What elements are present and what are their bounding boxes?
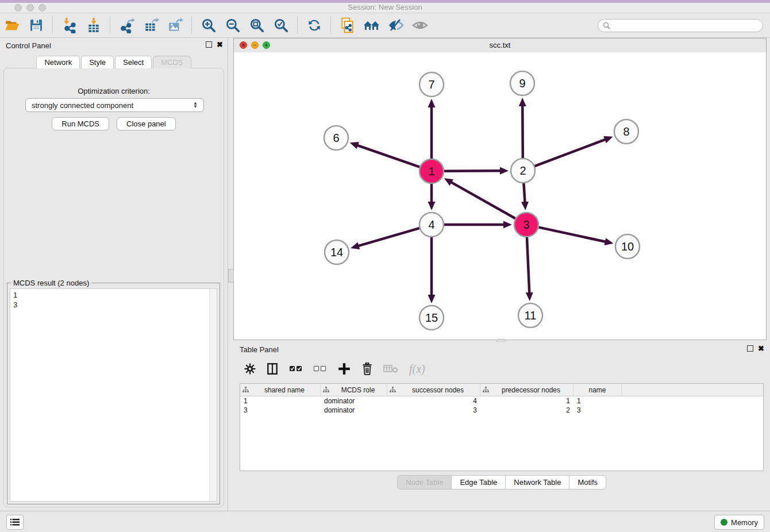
table-cell-shared-name[interactable]: 3 [240, 406, 321, 415]
tab-edge-table[interactable]: Edge Table [451, 475, 506, 489]
table-row[interactable]: 1dominator411 [240, 396, 763, 406]
export-image-icon[interactable] [167, 17, 184, 34]
table-cell-name[interactable]: 1 [573, 396, 622, 406]
edge-2-8[interactable] [535, 139, 606, 166]
tab-select[interactable]: Select [115, 56, 152, 68]
graph-node-label-10: 10 [621, 240, 634, 253]
table-cell-successor-nodes[interactable]: 4 [387, 396, 480, 406]
close-panel-button[interactable]: Close panel [117, 117, 176, 130]
main-toolbar [0, 13, 770, 38]
edge-arrowhead [521, 202, 529, 210]
edge-arrowhead [350, 142, 359, 149]
node-table-header: shared nameMCDS rolesuccessor nodesprede… [240, 384, 763, 396]
column-header-shared-name[interactable]: shared name [240, 384, 321, 396]
table-cell-successor-nodes[interactable]: 3 [387, 406, 480, 415]
table-cell-mcds-role[interactable]: dominator [321, 396, 387, 406]
window-title: Session: New Session [0, 3, 770, 11]
optimization-criterion-select[interactable]: strongly connected component ▲▼ [25, 98, 204, 112]
table-cell-shared-name[interactable]: 1 [240, 396, 321, 406]
control-panel-float-icon[interactable] [206, 41, 212, 48]
zoom-in-icon[interactable] [200, 17, 217, 34]
table-cell-predecessor-nodes[interactable]: 1 [480, 396, 573, 406]
deselect-checkboxes-icon[interactable] [313, 364, 327, 373]
save-session-icon[interactable] [28, 17, 45, 34]
edge-arrowhead [603, 136, 613, 143]
control-panel-close-icon[interactable]: ✖ [217, 42, 223, 47]
toolbar-separator [110, 17, 111, 34]
optimization-criterion-value: strongly connected component [32, 101, 133, 110]
apply-layout-icon[interactable] [306, 17, 323, 34]
tab-style[interactable]: Style [81, 56, 114, 68]
memory-button[interactable]: Memory [714, 515, 764, 530]
tab-network[interactable]: Network [36, 56, 80, 68]
settings-gear-icon[interactable] [244, 363, 256, 375]
delete-column-icon[interactable] [361, 363, 373, 375]
toolbar-separator [52, 17, 53, 34]
graph-node-label-9: 9 [519, 77, 525, 90]
edge-1-2[interactable] [444, 171, 501, 171]
control-panel: Control Panel ✖ NetworkStyleSelectMCDS O… [0, 38, 228, 511]
edge-3-1[interactable] [451, 182, 515, 219]
edge-arrowhead [428, 295, 436, 303]
search-input[interactable] [613, 21, 758, 30]
network-window-title: scc.txt [234, 41, 766, 49]
network-window-titlebar[interactable]: × − + scc.txt [234, 38, 766, 53]
control-panel-title: Control Panel [6, 41, 51, 50]
optimization-criterion-label: Optimization criterion: [0, 87, 228, 95]
network-canvas-svg: 7968124314101511 [234, 52, 766, 340]
first-neighbors-icon[interactable] [363, 17, 380, 34]
tab-motifs[interactable]: Motifs [569, 475, 606, 489]
tab-mcds[interactable]: MCDS [153, 56, 191, 68]
zoom-out-icon[interactable] [224, 17, 241, 34]
add-column-icon[interactable] [337, 362, 351, 376]
table-cell-name[interactable]: 3 [573, 406, 622, 415]
edge-3-11[interactable] [527, 237, 529, 294]
control-panel-tabs: NetworkStyleSelectMCDS [0, 56, 228, 68]
search-icon [603, 22, 610, 29]
zoom-selected-icon[interactable] [272, 17, 290, 34]
tab-network-table[interactable]: Network Table [505, 475, 569, 489]
edge-3-10[interactable] [539, 228, 606, 242]
zoom-fit-icon[interactable] [248, 17, 265, 34]
result-scrollbar[interactable] [209, 289, 217, 501]
task-history-button[interactable] [6, 515, 24, 530]
column-layout-icon[interactable] [266, 363, 279, 375]
column-header-mcds-role[interactable]: MCDS role [321, 384, 387, 396]
delete-table-icon [383, 364, 398, 374]
edge-2-3[interactable] [523, 183, 525, 203]
import-table-icon[interactable] [85, 17, 102, 34]
birds-eye-view-icon[interactable] [411, 17, 429, 34]
edge-2-9[interactable] [522, 105, 523, 158]
column-header-successor-nodes[interactable]: successor nodes [387, 384, 480, 396]
new-network-from-selection-icon[interactable] [339, 17, 356, 34]
graph-node-label-8: 8 [623, 125, 629, 138]
edge-4-14[interactable] [357, 228, 419, 246]
graphics-details-icon[interactable] [387, 17, 405, 34]
graph-node-label-1: 1 [428, 165, 434, 178]
open-file-icon[interactable] [3, 17, 21, 34]
search-field[interactable] [598, 19, 763, 32]
select-all-checkboxes-icon[interactable] [289, 364, 303, 373]
column-header-name[interactable]: name [573, 384, 622, 396]
panel-splitter-handle[interactable] [228, 269, 234, 283]
mcds-result-textarea[interactable]: 13 [10, 288, 217, 502]
table-panel-float-icon[interactable] [747, 345, 753, 352]
table-cell-predecessor-nodes[interactable]: 2 [480, 406, 573, 415]
network-view-window: × − + scc.txt 7968124314101511 [233, 38, 767, 340]
export-table-icon[interactable] [143, 17, 160, 34]
graph-node-label-2: 2 [519, 164, 526, 177]
edge-arrowhead [351, 242, 360, 249]
tab-node-table[interactable]: Node Table [397, 475, 452, 489]
column-header-predecessor-nodes[interactable]: predecessor nodes [480, 384, 573, 396]
import-network-icon[interactable] [61, 17, 78, 34]
toolbar-separator [191, 17, 192, 34]
network-canvas[interactable]: 7968124314101511 [234, 52, 766, 340]
table-row[interactable]: 3dominator323 [240, 406, 763, 415]
table-cell-mcds-role[interactable]: dominator [321, 406, 387, 415]
export-network-icon[interactable] [118, 17, 136, 34]
edge-arrowhead [605, 238, 614, 245]
edge-1-6[interactable] [357, 145, 419, 167]
run-mcds-button[interactable]: Run MCDS [52, 117, 109, 130]
graph-node-label-4: 4 [428, 218, 434, 231]
table-panel-close-icon[interactable]: ✖ [758, 346, 764, 351]
